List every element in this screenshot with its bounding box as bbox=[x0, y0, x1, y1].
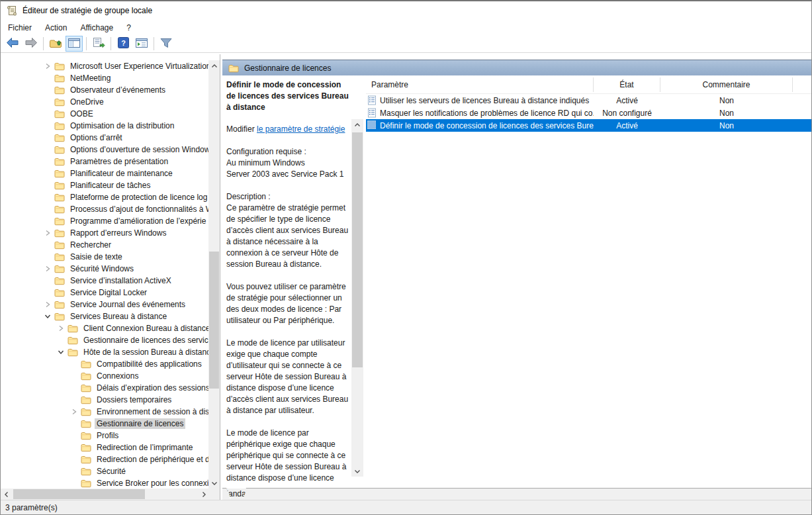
chevron-expanded-icon[interactable] bbox=[54, 346, 68, 358]
console-tree-button[interactable] bbox=[66, 36, 83, 52]
setting-name: Utiliser les serveurs de licences Bureau… bbox=[380, 96, 589, 105]
status-bar: 3 paramètre(s) bbox=[1, 500, 812, 514]
main-area: Microsoft User Experience Virtualization… bbox=[1, 54, 812, 500]
forward-arrow-icon bbox=[24, 37, 38, 50]
tree-item[interactable]: Compatibilité des applications bbox=[1, 358, 208, 370]
chevron-collapsed-icon[interactable] bbox=[40, 60, 54, 72]
chevron-expanded-icon[interactable] bbox=[40, 310, 54, 322]
menu-action[interactable]: Action bbox=[38, 21, 73, 34]
table-row[interactable]: Définir le mode de concession de licence… bbox=[366, 119, 812, 132]
tree-item[interactable]: OneDrive bbox=[1, 96, 208, 108]
chevron-spacer bbox=[40, 251, 54, 263]
tree-item[interactable]: Planificateur de tâches bbox=[1, 179, 208, 191]
export-list-button[interactable] bbox=[90, 36, 107, 52]
help-button[interactable]: ? bbox=[114, 36, 132, 52]
tree-item[interactable]: Options d’ouverture de session Window bbox=[1, 144, 208, 156]
folder-icon bbox=[54, 121, 65, 130]
folder-icon bbox=[81, 431, 91, 440]
scroll-down-icon[interactable] bbox=[208, 477, 220, 489]
tree-item[interactable]: Client Connexion Bureau à distance bbox=[1, 322, 208, 334]
folder-icon bbox=[81, 455, 91, 464]
tree-item[interactable]: NetMeeting bbox=[1, 72, 208, 84]
chevron-collapsed-icon[interactable] bbox=[40, 299, 54, 310]
menu-affichage[interactable]: Affichage bbox=[73, 21, 120, 34]
tree-item-label: Rapport d’erreurs Windows bbox=[68, 228, 168, 238]
description-paragraph: Vous pouvez utiliser ce paramètre de str… bbox=[226, 281, 351, 326]
tree-item[interactable]: Microsoft User Experience Virtualization bbox=[1, 60, 208, 72]
folder-icon bbox=[81, 395, 91, 404]
scroll-up-icon[interactable] bbox=[208, 60, 220, 71]
tree-item[interactable]: Observateur d’événements bbox=[1, 84, 208, 96]
chevron-collapsed-icon[interactable] bbox=[40, 263, 54, 275]
new-window-button[interactable] bbox=[133, 36, 150, 52]
table-row[interactable]: Utiliser les serveurs de licences Bureau… bbox=[366, 94, 812, 107]
tree-item[interactable]: Service d’installation ActiveX bbox=[1, 275, 208, 287]
panel-header-title: Gestionnaire de licences bbox=[244, 64, 331, 73]
tree-item[interactable]: Gestionnaire de licences bbox=[1, 418, 208, 430]
column-header-commentaire[interactable]: Commentaire bbox=[660, 77, 793, 92]
back-arrow-button[interactable] bbox=[4, 36, 21, 52]
tree-item-label: Service Digital Locker bbox=[68, 287, 149, 298]
scroll-left-icon[interactable] bbox=[1, 489, 12, 500]
tree-item[interactable]: OOBE bbox=[1, 108, 208, 120]
tree-item[interactable]: Redirection de l’imprimante bbox=[1, 442, 208, 453]
chevron-spacer bbox=[40, 215, 54, 227]
scroll-down-icon[interactable] bbox=[351, 465, 363, 477]
tree-item-label: Rechercher bbox=[68, 240, 113, 250]
tree-item[interactable]: Rechercher bbox=[1, 239, 208, 251]
folder-icon bbox=[54, 62, 65, 71]
folder-icon bbox=[68, 336, 78, 345]
tree-item[interactable]: Paramètres de présentation bbox=[1, 156, 208, 167]
tree-vertical-scrollbar[interactable] bbox=[208, 60, 220, 489]
tree-item[interactable]: Service Broker pour les connexio bbox=[1, 477, 208, 489]
tree-item[interactable]: Environnement de session à dist bbox=[1, 406, 208, 418]
tree-item[interactable]: Optimisation de la distribution bbox=[1, 120, 208, 132]
tree-item[interactable]: Processus d’ajout de fonctionnalités à W bbox=[1, 203, 208, 215]
tree-item[interactable]: Hôte de la session Bureau à distance bbox=[1, 346, 208, 358]
tree-item[interactable]: Services Bureau à distance bbox=[1, 310, 208, 322]
folder-icon bbox=[68, 348, 78, 357]
tree-item[interactable]: Dossiers temporaires bbox=[1, 394, 208, 406]
tree-vscroll-thumb[interactable] bbox=[209, 252, 219, 389]
tree-item[interactable]: Sécurité Windows bbox=[1, 263, 208, 275]
tree-item[interactable]: Redirection de périphérique et d bbox=[1, 453, 208, 465]
scrollbar-corner bbox=[208, 489, 220, 500]
tree-item[interactable]: Options d’arrêt bbox=[1, 132, 208, 144]
scroll-up-icon[interactable] bbox=[351, 119, 363, 130]
chevron-collapsed-icon[interactable] bbox=[40, 227, 54, 239]
chevron-spacer bbox=[40, 275, 54, 287]
tree-item[interactable]: Profils bbox=[1, 430, 208, 442]
folder-icon bbox=[54, 252, 65, 261]
tree-item[interactable]: Rapport d’erreurs Windows bbox=[1, 227, 208, 239]
tree-item[interactable]: Planificateur de maintenance bbox=[1, 167, 208, 179]
tree-item[interactable]: Délais d’expiration des sessions bbox=[1, 382, 208, 394]
tree-hscroll-thumb[interactable] bbox=[13, 489, 145, 499]
edit-policy-setting-link[interactable]: le paramètre de stratégie bbox=[257, 124, 345, 134]
tree-item[interactable]: Programme d’amélioration de l’expérie bbox=[1, 215, 208, 227]
tree-item[interactable]: Service Digital Locker bbox=[1, 287, 208, 299]
column-header-parametre[interactable]: Paramètre bbox=[366, 77, 594, 92]
tree-item[interactable]: Saisie de texte bbox=[1, 251, 208, 263]
description-scrollbar[interactable] bbox=[351, 119, 363, 477]
menu-help[interactable]: ? bbox=[120, 21, 138, 34]
chevron-collapsed-icon[interactable] bbox=[67, 406, 81, 418]
tree-item[interactable]: Connexions bbox=[1, 370, 208, 382]
scroll-right-icon[interactable] bbox=[198, 489, 209, 500]
folder-icon bbox=[81, 419, 91, 428]
parent-folder-button[interactable] bbox=[47, 36, 64, 52]
table-row[interactable]: Masquer les notifications de problèmes d… bbox=[366, 107, 812, 119]
column-header-etat[interactable]: État bbox=[594, 77, 660, 92]
tree-item[interactable]: Sécurité bbox=[1, 465, 208, 477]
description-scroll-thumb[interactable] bbox=[352, 132, 363, 367]
forward-arrow-button[interactable] bbox=[23, 36, 40, 52]
filter-button[interactable] bbox=[158, 36, 175, 52]
tree-item[interactable]: Plateforme de protection de licence log bbox=[1, 191, 208, 203]
chevron-spacer bbox=[40, 96, 54, 108]
tree-item-label: Options d’arrêt bbox=[68, 132, 124, 143]
chevron-collapsed-icon[interactable] bbox=[54, 322, 68, 334]
chevron-spacer bbox=[67, 382, 81, 394]
tree-item[interactable]: Gestionnaire de licences des service bbox=[1, 334, 208, 346]
tree-item[interactable]: Service Journal des événements bbox=[1, 299, 208, 310]
menu-fichier[interactable]: Fichier bbox=[1, 21, 38, 34]
tree-horizontal-scrollbar[interactable] bbox=[1, 489, 209, 500]
